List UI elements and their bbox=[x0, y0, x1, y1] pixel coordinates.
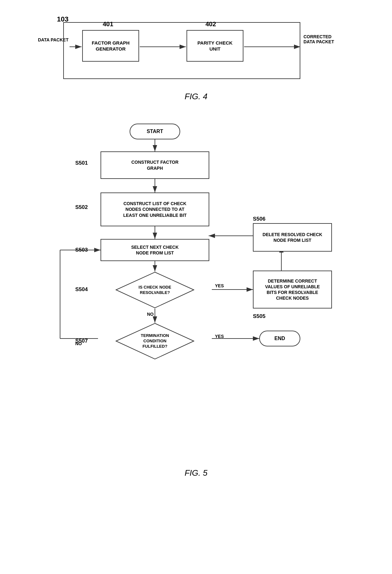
s502-text: CONSTRUCT LIST OF CHECKNODES CONNECTED T… bbox=[123, 201, 187, 218]
end-label: END bbox=[274, 336, 285, 341]
s502-block: CONSTRUCT LIST OF CHECKNODES CONNECTED T… bbox=[101, 192, 209, 226]
s504-label: S504 bbox=[75, 286, 88, 293]
s501-label: S501 bbox=[75, 160, 88, 166]
s504-yes-label: YES bbox=[215, 283, 224, 288]
s501-text: CONSTRUCT FACTORGRAPH bbox=[131, 159, 178, 171]
s501-block: CONSTRUCT FACTORGRAPH bbox=[101, 151, 209, 179]
fig5-caption: FIG. 5 bbox=[0, 468, 392, 478]
label-401: 401 bbox=[103, 21, 113, 28]
s504-diamond: IS CHECK NODERESOLVABLE? bbox=[115, 272, 194, 308]
s503-label: S503 bbox=[75, 247, 88, 253]
s503-text: SELECT NEXT CHECKNODE FROM LIST bbox=[131, 244, 179, 256]
s506-text: DELETE RESOLVED CHECKNODE FROM LIST bbox=[263, 232, 322, 243]
pcu-label: PARITY CHECKUNIT bbox=[197, 40, 232, 52]
fig4-diagram: 103 DATA PACKET FACTOR GRAPHGENERATOR PA… bbox=[38, 13, 354, 89]
s504-no-label: NO bbox=[147, 312, 154, 317]
fgg-block: FACTOR GRAPHGENERATOR bbox=[82, 30, 139, 62]
fgg-label: FACTOR GRAPHGENERATOR bbox=[92, 40, 130, 52]
s505-block: DETERMINE CORRECTVALUES OF UNRELIABLEBIT… bbox=[253, 271, 332, 308]
start-label: START bbox=[147, 129, 163, 134]
s503-block: SELECT NEXT CHECKNODE FROM LIST bbox=[101, 239, 209, 261]
s505-label: S505 bbox=[253, 313, 266, 320]
pcu-block: PARITY CHECKUNIT bbox=[187, 30, 243, 62]
fig4-arrows bbox=[38, 13, 322, 89]
fig4-caption: FIG. 4 bbox=[0, 92, 392, 101]
label-402: 402 bbox=[205, 21, 216, 28]
start-pill: START bbox=[130, 124, 180, 139]
label-corrected-data-packet: CORRECTED DATA PACKET bbox=[303, 34, 334, 44]
s507-no-label: NO bbox=[75, 341, 82, 346]
s507-diamond: TERMINATIONCONDITIONFULFILLED? bbox=[115, 323, 194, 360]
s506-label: S506 bbox=[253, 216, 266, 222]
end-pill: END bbox=[259, 331, 300, 346]
s505-text: DETERMINE CORRECTVALUES OF UNRELIABLEBIT… bbox=[265, 278, 320, 301]
s507-yes-label: YES bbox=[215, 334, 224, 339]
fig5-diagram: START CONSTRUCT FACTORGRAPH S501 CONSTRU… bbox=[22, 114, 370, 462]
s506-block: DELETE RESOLVED CHECKNODE FROM LIST bbox=[253, 223, 332, 252]
s502-label: S502 bbox=[75, 204, 88, 211]
